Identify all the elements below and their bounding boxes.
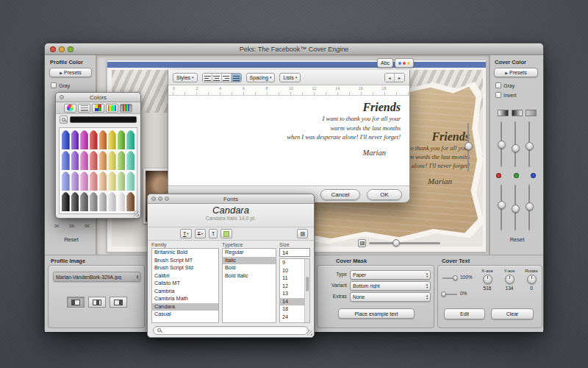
place-example-text-button[interactable]: Place example text: [338, 308, 415, 319]
crayon[interactable]: [108, 192, 116, 211]
rotate-knob[interactable]: [527, 275, 537, 284]
secondary-slider-thumb[interactable]: [441, 291, 446, 297]
indent-left-icon[interactable]: ◂: [385, 74, 395, 82]
crayon[interactable]: [71, 171, 79, 191]
crayon[interactable]: [71, 151, 79, 170]
styles-popup[interactable]: Styles ▾: [173, 73, 198, 82]
crayon[interactable]: [90, 151, 98, 170]
crayon[interactable]: [80, 151, 88, 170]
size-item[interactable]: 12: [280, 283, 304, 291]
spacing-popup[interactable]: Spacing ▾: [246, 73, 276, 82]
y-axe-knob[interactable]: [505, 275, 514, 284]
ruler[interactable]: 024681012141618: [168, 85, 409, 96]
family-item[interactable]: Calisto MT: [152, 280, 218, 288]
clear-button[interactable]: Clear: [491, 308, 534, 319]
colors-titlebar[interactable]: Colors: [56, 93, 140, 102]
family-item[interactable]: Britannic Bold: [152, 249, 218, 257]
slider-thumb[interactable]: [512, 205, 520, 213]
crayon[interactable]: [80, 192, 88, 211]
size-item[interactable]: 24: [280, 314, 304, 322]
zoom-slider-track[interactable]: [369, 242, 440, 244]
size-item[interactable]: 13: [280, 290, 304, 298]
align-justify-button[interactable]: [232, 74, 241, 82]
opacity-slider-thumb[interactable]: [453, 275, 458, 280]
mask-extras-popup[interactable]: None ▴▾: [350, 292, 431, 302]
slider-thumb[interactable]: [512, 144, 520, 152]
mask-variant-popup[interactable]: Bottom right ▴▾: [350, 281, 431, 291]
slider-thumb[interactable]: [526, 142, 534, 150]
document-color-button[interactable]: [220, 229, 232, 238]
search-input[interactable]: [153, 326, 309, 335]
profile-gray-checkbox[interactable]: [51, 82, 57, 88]
crayon[interactable]: [62, 151, 70, 170]
slider-thumb[interactable]: [465, 142, 473, 150]
scrollbar-thumb[interactable]: [306, 277, 309, 291]
cover-color-slider-5[interactable]: [510, 185, 521, 230]
crayon[interactable]: [108, 151, 116, 170]
underline-button[interactable]: T▾: [180, 229, 192, 238]
crayon[interactable]: [90, 171, 98, 191]
image-icon-button[interactable]: [358, 239, 366, 247]
green-dot[interactable]: [514, 173, 519, 178]
typeface-list[interactable]: RegularItalicBoldBold Italic: [222, 248, 276, 323]
show-colors-button[interactable]: [395, 58, 414, 68]
size-item[interactable]: 18: [280, 305, 304, 314]
crayon[interactable]: [126, 130, 135, 149]
crayon[interactable]: [108, 130, 116, 149]
color-wheel-icon[interactable]: [64, 104, 76, 113]
shadow-button[interactable]: ▨: [297, 229, 308, 238]
red-dot[interactable]: [496, 173, 501, 178]
crayon[interactable]: [126, 192, 135, 211]
edit-button[interactable]: Edit: [444, 308, 485, 319]
crayon[interactable]: [118, 171, 126, 191]
crayon[interactable]: [118, 151, 126, 170]
cover-color-slider-6[interactable]: [524, 185, 535, 230]
current-color-swatch[interactable]: [70, 116, 137, 123]
slider-thumb[interactable]: [526, 202, 534, 210]
cover-color-slider-2[interactable]: [510, 121, 521, 167]
indent-right-icon[interactable]: ▸: [395, 74, 404, 82]
crayon[interactable]: [108, 171, 116, 191]
gradient-swatch-gray[interactable]: [526, 110, 537, 116]
window-titlebar[interactable]: Peks: The Facebook™ Cover Engine: [45, 43, 543, 55]
blue-dot[interactable]: [531, 173, 536, 178]
zoom-slider-thumb[interactable]: [392, 239, 400, 247]
crayon[interactable]: [126, 171, 135, 191]
spellcheck-button[interactable]: Abc: [377, 58, 393, 68]
lists-popup[interactable]: Lists ▾: [279, 73, 301, 82]
profile-image-popup[interactable]: Marian-VandenBork-329A.jpg ▴▾: [53, 272, 141, 282]
typeface-item[interactable]: Italic: [223, 257, 276, 265]
family-item[interactable]: Cambria: [152, 288, 218, 296]
crayon[interactable]: [118, 130, 126, 149]
crayon[interactable]: [71, 130, 79, 149]
cover-gray-checkbox[interactable]: [495, 82, 501, 88]
crayon[interactable]: [99, 130, 107, 149]
typeface-item[interactable]: Bold: [223, 264, 276, 272]
color-palette-icon[interactable]: [92, 104, 104, 113]
sheet-text-area[interactable]: Friends I want to thank you for all your…: [168, 96, 409, 185]
crayon[interactable]: [62, 130, 70, 149]
size-input[interactable]: 14: [279, 248, 310, 257]
crayon[interactable]: [90, 130, 98, 149]
ok-button[interactable]: OK: [367, 189, 402, 200]
crayon[interactable]: [80, 130, 88, 149]
crayons-icon[interactable]: [120, 104, 132, 113]
size-list[interactable]: 910111213141824: [280, 259, 304, 322]
crayon[interactable]: [62, 192, 70, 211]
crayon[interactable]: [90, 192, 98, 211]
cover-color-slider-1[interactable]: [496, 121, 507, 167]
crayon[interactable]: [62, 171, 70, 191]
loupe-button[interactable]: [60, 116, 68, 124]
family-item[interactable]: Candara: [152, 303, 218, 311]
cover-color-slider-3[interactable]: [524, 121, 535, 167]
cover-reset-label[interactable]: Reset: [490, 236, 544, 243]
x-axe-knob[interactable]: [483, 275, 492, 284]
crayon[interactable]: [118, 192, 126, 211]
layout-center-button[interactable]: [88, 297, 106, 308]
gradient-swatch-light-dark[interactable]: [498, 110, 509, 116]
text-color-button[interactable]: T: [209, 229, 218, 238]
cover-color-slider-4[interactable]: [496, 185, 507, 230]
crayon[interactable]: [126, 151, 135, 170]
layout-right-button[interactable]: [110, 297, 127, 308]
align-left-button[interactable]: [203, 74, 212, 82]
